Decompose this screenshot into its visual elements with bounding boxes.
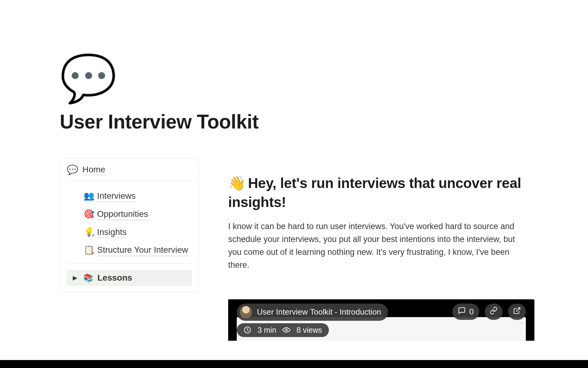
- arrow-overlay-icon: ↗: [91, 215, 95, 220]
- sidebar-card: 💬 Home 👥 ↗ Interviews 🎯 ↗ Opportunities: [60, 158, 199, 292]
- video-comments-count: 0: [469, 307, 474, 316]
- speech-bubble-icon: 💬: [67, 164, 78, 175]
- external-link-icon: [513, 307, 521, 317]
- main-content: 👋Hey, let's run interviews that uncover …: [228, 158, 534, 341]
- arrow-overlay-icon: ↗: [91, 251, 95, 256]
- page-title: User Interview Toolkit: [60, 110, 588, 133]
- mini-icon: ⋯: [518, 321, 523, 326]
- sidebar-item-structure-interview[interactable]: 📋 ↗ Structure Your Interview: [67, 241, 192, 256]
- sidebar-item-lessons[interactable]: ▶ 📚 Lessons: [67, 270, 192, 286]
- video-toolbar-icons: ⋯: [518, 321, 523, 326]
- video-duration: 3 min: [258, 326, 276, 335]
- video-title-pill[interactable]: User Interview Toolkit - Introduction: [237, 304, 388, 321]
- avatar: [240, 306, 252, 318]
- sidebar-home[interactable]: 💬 Home: [67, 164, 192, 175]
- sidebar-item-label: Insights: [97, 226, 127, 238]
- video-open-external-button[interactable]: [508, 304, 526, 320]
- page-icon: 💬: [60, 55, 588, 101]
- comment-icon: [458, 307, 466, 317]
- video-views: 8 views: [296, 326, 322, 335]
- divider: [67, 181, 192, 181]
- clipboard-icon: 📋 ↗: [84, 244, 94, 256]
- wave-icon: 👋: [228, 175, 246, 191]
- bulb-icon: 💡 ↗: [84, 226, 94, 238]
- sidebar-item-label: Opportunities: [97, 208, 148, 220]
- arrow-overlay-icon: ↗: [91, 233, 95, 239]
- sidebar-item-label: Structure Your Interview: [97, 244, 188, 256]
- svg-line-0: [516, 308, 520, 311]
- video-copy-link-button[interactable]: [485, 304, 503, 320]
- clock-icon: [243, 326, 251, 334]
- content-heading: 👋Hey, let's run interviews that uncover …: [228, 174, 522, 212]
- eye-icon: [282, 326, 290, 334]
- sidebar-item-interviews[interactable]: 👥 ↗ Interviews: [67, 187, 192, 205]
- arrow-overlay-icon: ↗: [91, 197, 95, 202]
- sidebar-item-label: Interviews: [97, 190, 136, 202]
- content-paragraph: I know it can be hard to run user interv…: [228, 220, 522, 271]
- disclosure-triangle-icon[interactable]: ▶: [71, 274, 79, 281]
- books-icon: 📚: [83, 273, 93, 283]
- sidebar-item-opportunities[interactable]: 🎯 ↗ Opportunities: [67, 205, 192, 223]
- sidebar-home-label: Home: [82, 164, 105, 175]
- video-comments-button[interactable]: 0: [452, 304, 479, 320]
- bottom-black-bar: [0, 360, 588, 368]
- video-title: User Interview Toolkit - Introduction: [257, 307, 381, 317]
- target-icon: 🎯 ↗: [84, 208, 94, 220]
- link-icon: [490, 307, 498, 317]
- svg-point-2: [285, 329, 288, 331]
- video-embed[interactable]: User Interview Toolkit - Introduction 0: [228, 299, 534, 341]
- sidebar-item-label: Lessons: [97, 273, 132, 283]
- divider: [67, 263, 192, 264]
- people-icon: 👥 ↗: [84, 190, 94, 202]
- video-meta-pill: 3 min 8 views: [237, 323, 329, 337]
- sidebar-item-insights[interactable]: 💡 ↗ Insights: [67, 223, 192, 241]
